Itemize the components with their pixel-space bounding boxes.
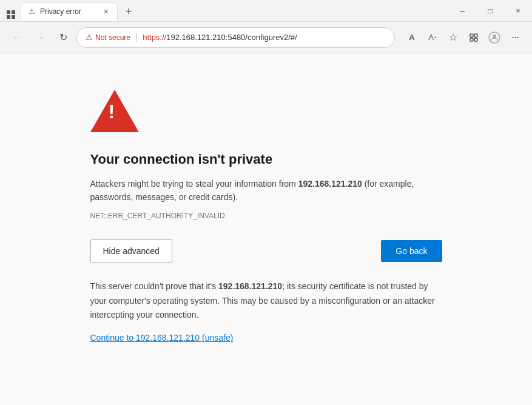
security-badge: ⚠ Not secure	[86, 33, 130, 42]
tab-close-button[interactable]: ×	[103, 5, 110, 18]
svg-point-9	[493, 35, 496, 38]
error-container: Your connection isn't private Attackers …	[90, 90, 442, 343]
tab-grid-icon[interactable]	[5, 8, 17, 21]
go-back-button[interactable]: Go back	[381, 240, 442, 262]
svg-rect-2	[7, 15, 10, 19]
profile-button[interactable]	[485, 28, 504, 47]
tab-title: Privacy error	[40, 7, 98, 16]
warning-icon: ⚠	[86, 33, 93, 42]
svg-rect-0	[7, 10, 10, 14]
page-content: Your connection isn't private Attackers …	[0, 53, 532, 405]
error-title: Your connection isn't private	[90, 152, 442, 167]
close-button[interactable]: ×	[504, 0, 532, 22]
button-row: Hide advanced Go back	[90, 239, 442, 263]
collections-button[interactable]	[464, 28, 483, 47]
reader-view-button[interactable]: A+	[423, 28, 442, 47]
url-rest: 192.168.121.210:5480/configurev2/#/	[166, 33, 297, 42]
hide-advanced-button[interactable]: Hide advanced	[90, 239, 172, 263]
security-label: Not secure	[95, 33, 130, 42]
continue-link[interactable]: Continue to 192.168.121.210 (unsafe)	[90, 333, 234, 343]
forward-button[interactable]: →	[30, 28, 50, 47]
svg-rect-6	[470, 38, 473, 41]
svg-rect-3	[12, 15, 15, 19]
new-tab-button[interactable]: +	[120, 4, 137, 21]
address-bar: ← → ↻ ⚠ Not secure | https://192.168.121…	[0, 22, 532, 53]
maximize-button[interactable]: □	[476, 0, 504, 22]
error-code: NET::ERR_CERT_AUTHORITY_INVALID	[90, 212, 442, 220]
warning-icon-wrap	[90, 90, 442, 135]
active-tab[interactable]: ⚠ Privacy error ×	[21, 2, 118, 21]
tab-warning-icon: ⚠	[29, 7, 35, 16]
advanced-bold: 192.168.121.210	[218, 281, 282, 291]
advanced-info: This server couldn't prove that it's 192…	[90, 279, 442, 323]
window-controls: ─ □ ×	[448, 0, 532, 21]
advanced-prefix: This server couldn't prove that it's	[90, 281, 219, 291]
address-url: https://192.168.121.210:5480/configurev2…	[143, 33, 297, 42]
address-field[interactable]: ⚠ Not secure | https://192.168.121.210:5…	[76, 27, 395, 48]
browser-window: ⚠ Privacy error × + ─ □ × ← → ↻ ⚠ Not se…	[0, 0, 532, 405]
svg-rect-5	[474, 34, 477, 37]
error-desc-prefix: Attackers might be trying to steal your …	[90, 179, 298, 189]
back-button[interactable]: ←	[7, 28, 27, 47]
favorites-button[interactable]: ☆	[443, 28, 463, 47]
reading-mode-button[interactable]: A	[402, 28, 422, 47]
toolbar-icons: A A+ ☆ ···	[402, 28, 525, 47]
title-bar: ⚠ Privacy error × + ─ □ ×	[0, 0, 532, 22]
svg-rect-4	[470, 34, 473, 37]
url-https: https://	[143, 33, 166, 42]
warning-triangle-icon	[90, 90, 139, 132]
tab-area: ⚠ Privacy error × +	[0, 1, 448, 21]
error-desc-bold: 192.168.121.210	[298, 179, 362, 189]
error-description: Attackers might be trying to steal your …	[90, 177, 442, 204]
address-divider: |	[135, 32, 138, 43]
more-button[interactable]: ···	[505, 28, 525, 47]
minimize-button[interactable]: ─	[448, 0, 476, 22]
refresh-button[interactable]: ↻	[53, 28, 73, 47]
svg-rect-1	[12, 10, 15, 14]
svg-rect-7	[474, 38, 477, 41]
